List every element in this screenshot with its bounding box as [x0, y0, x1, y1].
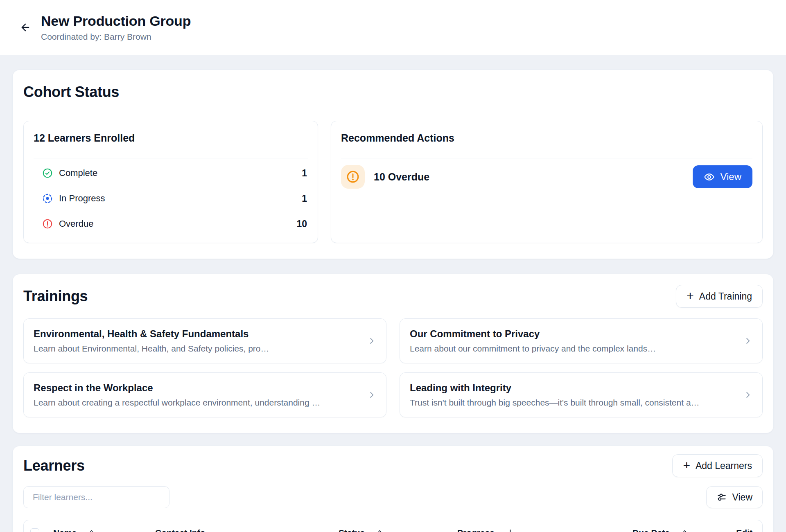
alert-circle-icon	[43, 219, 52, 229]
training-card[interactable]: Leading with Integrity Trust isn't built…	[400, 372, 763, 417]
recommended-action-row: 10 Overdue View	[341, 165, 752, 189]
trainings-heading: Trainings	[23, 287, 88, 305]
training-description: Learn about our commitment to privacy an…	[410, 343, 734, 354]
sort-icon[interactable]	[681, 529, 688, 532]
arrow-down-icon[interactable]	[506, 528, 515, 532]
status-label: Overdue	[59, 219, 93, 229]
training-description: Learn about creating a respectful workpl…	[34, 397, 357, 408]
page-header: New Production Group Coordinated by: Bar…	[0, 0, 786, 55]
overdue-count-label: 10 Overdue	[374, 171, 429, 183]
in-progress-circle-icon	[43, 194, 52, 203]
cohort-status-section: Cohort Status 12 Learners Enrolled Compl…	[12, 70, 774, 259]
sort-icon[interactable]	[376, 529, 383, 532]
status-label: In Progress	[59, 193, 105, 204]
status-value: 1	[302, 168, 307, 179]
view-options-label: View	[732, 492, 752, 503]
back-button[interactable]	[16, 18, 34, 36]
status-row-in-progress: In Progress 1	[34, 188, 308, 209]
eye-icon	[704, 171, 715, 183]
page-title: New Production Group	[41, 13, 191, 29]
select-all-checkbox[interactable]	[30, 528, 39, 532]
training-description: Learn about Environmental, Health, and S…	[34, 343, 357, 354]
learners-toolbar: View	[23, 486, 763, 508]
training-card[interactable]: Our Commitment to Privacy Learn about ou…	[400, 318, 763, 363]
training-card[interactable]: Environmental, Health & Safety Fundament…	[23, 318, 386, 363]
training-card[interactable]: Respect in the Workplace Learn about cre…	[23, 372, 386, 417]
add-learners-button[interactable]: + Add Learners	[672, 454, 763, 477]
chevron-right-icon	[367, 336, 376, 345]
status-row-overdue: Overdue 10	[34, 213, 308, 234]
learners-table: Name Contact Info Status Progress	[23, 520, 763, 532]
status-row-complete: Complete 1	[34, 162, 308, 184]
filter-learners-input[interactable]	[23, 486, 169, 508]
arrow-left-icon	[20, 22, 31, 33]
column-header-progress[interactable]: Progress	[457, 528, 632, 532]
training-title: Respect in the Workplace	[34, 382, 357, 394]
chevron-right-icon	[743, 390, 752, 399]
divider	[34, 158, 308, 158]
alert-circle-icon	[346, 170, 359, 183]
divider	[341, 158, 752, 158]
learners-enrolled-card: 12 Learners Enrolled Complete 1 In Progr…	[23, 121, 318, 243]
learners-table-header: Name Contact Info Status Progress	[24, 520, 762, 532]
status-value: 10	[296, 219, 307, 230]
page-subtitle: Coordinated by: Barry Brown	[41, 32, 191, 42]
chevron-right-icon	[367, 390, 376, 399]
status-value: 1	[302, 193, 307, 204]
training-title: Leading with Integrity	[410, 382, 734, 394]
trainings-section: Trainings + Add Training Environmental, …	[12, 274, 774, 433]
add-learners-label: Add Learners	[696, 460, 752, 471]
check-circle-icon	[43, 168, 52, 178]
training-grid: Environmental, Health & Safety Fundament…	[23, 318, 763, 417]
column-header-name[interactable]: Name	[53, 528, 155, 532]
training-title: Our Commitment to Privacy	[410, 328, 734, 340]
column-header-status[interactable]: Status	[339, 528, 457, 532]
overdue-badge	[341, 165, 365, 189]
status-label: Complete	[59, 168, 97, 178]
sort-icon[interactable]	[88, 529, 95, 532]
column-header-due-date[interactable]: Due Date	[632, 528, 734, 532]
select-all-cell	[30, 528, 53, 532]
view-options-button[interactable]: View	[706, 486, 763, 508]
sliders-icon	[716, 492, 727, 503]
view-button-label: View	[720, 171, 741, 183]
training-description: Trust isn't built through big speeches—i…	[410, 397, 734, 408]
recommended-actions-card: Recommended Actions 10 Overdue View	[331, 121, 763, 243]
plus-icon: +	[687, 290, 694, 302]
add-training-button[interactable]: + Add Training	[676, 285, 763, 308]
add-training-label: Add Training	[699, 291, 752, 302]
training-title: Environmental, Health & Safety Fundament…	[34, 328, 357, 340]
view-overdue-button[interactable]: View	[693, 165, 752, 188]
learners-section: Learners + Add Learners View Name	[12, 446, 774, 532]
chevron-right-icon	[743, 336, 752, 345]
column-header-edit: Edit	[734, 528, 752, 532]
learners-heading: Learners	[23, 457, 85, 475]
learners-enrolled-title: 12 Learners Enrolled	[34, 132, 308, 144]
plus-icon: +	[683, 459, 690, 471]
column-header-contact-info: Contact Info	[155, 528, 339, 532]
cohort-status-heading: Cohort Status	[23, 83, 763, 101]
recommended-actions-title: Recommended Actions	[341, 132, 752, 144]
